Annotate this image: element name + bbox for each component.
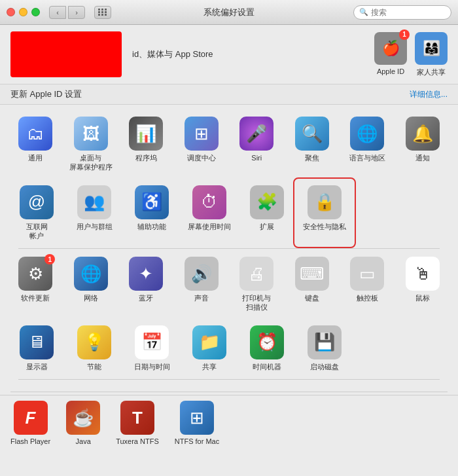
minimize-button[interactable]	[19, 8, 27, 16]
icon-kuozhan: 🧩	[250, 185, 284, 219]
search-input[interactable]	[371, 8, 446, 17]
update-details-link[interactable]: 详细信息...	[410, 89, 448, 100]
family-sharing-icon-item[interactable]: 👨‍👩‍👧 家人共享	[415, 32, 448, 77]
icon-glyph-jujiao: 🔍	[302, 124, 323, 144]
icon-label-kuozhan: 扩展	[260, 222, 274, 231]
icon-item-jianpan[interactable]: ⌨键盘	[285, 251, 340, 318]
icon-glyph-gongxiang: 📁	[199, 332, 220, 352]
icon-pingmushijian: ⏱	[192, 185, 226, 219]
close-button[interactable]	[7, 8, 15, 16]
icon-rows: 🗂通用🖼桌面与 屏幕保护程序📊程序坞⊞调度中心🎤Siri🔍聚焦🌐语言与地区🔔通知…	[8, 111, 450, 380]
tp-icon-flash[interactable]: FFlash Player	[10, 401, 50, 445]
icon-label-fuzhu: 辅助功能	[137, 222, 166, 231]
icon-item-qidongcipan[interactable]: 💾启动磁盘	[296, 320, 353, 376]
maximize-button[interactable]	[31, 8, 40, 16]
search-box[interactable]: 🔍	[353, 5, 451, 20]
icon-wangluo: 🌐	[74, 257, 108, 291]
icon-label-shubiao: 鼠标	[415, 293, 430, 302]
nav-back-button[interactable]: ‹	[49, 6, 66, 19]
third-party-section: FFlash Player☕JavaTTuxera NTFS⊞NTFS for …	[0, 395, 458, 450]
icon-item-chukongban[interactable]: ▭触控板	[340, 251, 395, 318]
grid-view-button[interactable]	[94, 6, 111, 19]
icon-item-yonghu[interactable]: 👥用户与群组	[65, 180, 123, 246]
icon-xianshiqi: 🖥	[20, 325, 54, 359]
badge-ruanjian: 1	[44, 254, 55, 265]
icon-item-diaoduzx[interactable]: ⊞调度中心	[174, 111, 230, 177]
icon-glyph-zhuomian: 🖼	[82, 124, 99, 144]
icon-item-kuozhan[interactable]: 🧩扩展	[238, 180, 296, 246]
icon-glyph-fuzhu: ♿	[141, 192, 162, 212]
top-banner: id、媒体与 App Store 🍎 1 Apple ID 👨‍👩‍👧 家人共享	[0, 25, 458, 84]
icon-anquan: 🔒	[308, 185, 342, 219]
icon-glyph-kuozhan: 🧩	[256, 192, 277, 212]
icon-item-pingmushijian[interactable]: ⏱屏幕使用时间	[181, 180, 238, 246]
icon-jujiao: 🔍	[295, 117, 329, 151]
icon-row-0: 🗂通用🖼桌面与 屏幕保护程序📊程序坞⊞调度中心🎤Siri🔍聚焦🌐语言与地区🔔通知	[8, 111, 450, 177]
icon-jieneng: 💡	[77, 325, 111, 359]
icon-glyph-jieneng: 💡	[84, 332, 105, 352]
tp-glyph-ntfsformac: ⊞	[190, 408, 204, 428]
icon-label-gongxiang: 共享	[202, 362, 217, 371]
apple-id-icon-item[interactable]: 🍎 1 Apple ID	[374, 32, 407, 77]
icon-glyph-shijianji: ⏰	[256, 332, 277, 352]
banner-text: id、媒体与 App Store	[132, 48, 213, 60]
icon-riqi: 📅	[135, 325, 169, 359]
icon-gongxiang: 📁	[192, 325, 226, 359]
icon-item-ruanjian[interactable]: ⚙1软件更新	[8, 251, 63, 318]
icon-glyph-tongzhi: 🔔	[412, 124, 433, 144]
icon-glyph-ruanjian: ⚙	[28, 264, 43, 284]
icons-grid: 🗂通用🖼桌面与 屏幕保护程序📊程序坞⊞调度中心🎤Siri🔍聚焦🌐语言与地区🔔通知…	[0, 105, 458, 389]
nav-buttons: ‹ ›	[49, 6, 85, 19]
family-sharing-icon: 👨‍👩‍👧	[415, 32, 448, 65]
icon-jianpan: ⌨	[295, 257, 329, 291]
icon-item-siri[interactable]: 🎤Siri	[229, 111, 285, 177]
icon-item-jujiao[interactable]: 🔍聚焦	[285, 111, 340, 177]
tp-icon-ntfsformac[interactable]: ⊞NTFS for Mac	[175, 401, 219, 445]
apple-id-icon: 🍎 1	[374, 32, 407, 65]
tp-icon-java[interactable]: ☕Java	[66, 401, 100, 445]
icon-item-shijianji[interactable]: ⏰时间机器	[238, 320, 296, 376]
icon-item-anquan[interactable]: 🔒安全性与隐私	[296, 180, 353, 246]
icon-tongzhi: 🔔	[406, 117, 440, 151]
icon-item-chengxudao[interactable]: 📊程序坞	[118, 111, 174, 177]
icon-label-chengxudao: 程序坞	[135, 153, 157, 162]
tp-icon-img-flash: F	[14, 401, 48, 435]
top-right-icons: 🍎 1 Apple ID 👨‍👩‍👧 家人共享	[374, 32, 448, 77]
icon-item-hulianwang[interactable]: @互联网 帐户	[8, 180, 65, 246]
tp-icon-img-ntfsformac: ⊞	[180, 401, 214, 435]
row-divider-3	[18, 379, 440, 380]
icon-item-gongxiang[interactable]: 📁共享	[181, 320, 238, 376]
third-party-icons: FFlash Player☕JavaTTuxera NTFS⊞NTFS for …	[10, 401, 219, 445]
icon-item-tongyong[interactable]: 🗂通用	[8, 111, 63, 177]
icon-row-2: ⚙1软件更新🌐网络✦蓝牙🔊声音🖨打印机与 扫描仪⌨键盘▭触控板🖱鼠标	[8, 251, 450, 318]
icon-item-shengyin[interactable]: 🔊声音	[174, 251, 230, 318]
icon-yuyandiqu: 🌐	[350, 117, 384, 151]
icon-label-pingmushijian: 屏幕使用时间	[188, 222, 231, 231]
icon-item-dayinji[interactable]: 🖨打印机与 扫描仪	[229, 251, 285, 318]
icon-item-wangluo[interactable]: 🌐网络	[63, 251, 119, 318]
icon-label-jieneng: 节能	[87, 362, 101, 371]
icon-label-anquan: 安全性与隐私	[303, 222, 346, 231]
icon-item-jieneng[interactable]: 💡节能	[65, 320, 123, 376]
icon-chengxudao: 📊	[129, 117, 163, 151]
icon-label-jianpan: 键盘	[305, 293, 319, 302]
icon-item-tongzhi[interactable]: 🔔通知	[395, 111, 451, 177]
icon-item-shubiao[interactable]: 🖱鼠标	[395, 251, 451, 318]
icon-item-fuzhu[interactable]: ♿辅助功能	[123, 180, 181, 246]
icon-item-yuyandiqu[interactable]: 🌐语言与地区	[340, 111, 395, 177]
grid-icon	[98, 9, 107, 16]
icon-label-tongyong: 通用	[28, 153, 43, 162]
icon-item-xianshiqi[interactable]: 🖥显示器	[8, 320, 65, 376]
icon-glyph-dayinji: 🖨	[248, 264, 265, 284]
icon-ruanjian: ⚙1	[18, 257, 52, 291]
nav-forward-button[interactable]: ›	[68, 6, 85, 19]
icon-tongyong: 🗂	[18, 117, 52, 151]
icon-row-3: 🖥显示器💡节能📅日期与时间📁共享⏰时间机器💾启动磁盘	[8, 320, 450, 376]
icon-item-riqi[interactable]: 📅日期与时间	[123, 320, 181, 376]
icon-item-zhuomian[interactable]: 🖼桌面与 屏幕保护程序	[63, 111, 119, 177]
icon-lantian: ✦	[129, 257, 163, 291]
icon-label-xianshiqi: 显示器	[26, 362, 48, 371]
icon-item-lantian[interactable]: ✦蓝牙	[118, 251, 174, 318]
tp-icon-tuxera[interactable]: TTuxera NTFS	[116, 401, 159, 445]
tp-icon-img-java: ☕	[66, 401, 100, 435]
